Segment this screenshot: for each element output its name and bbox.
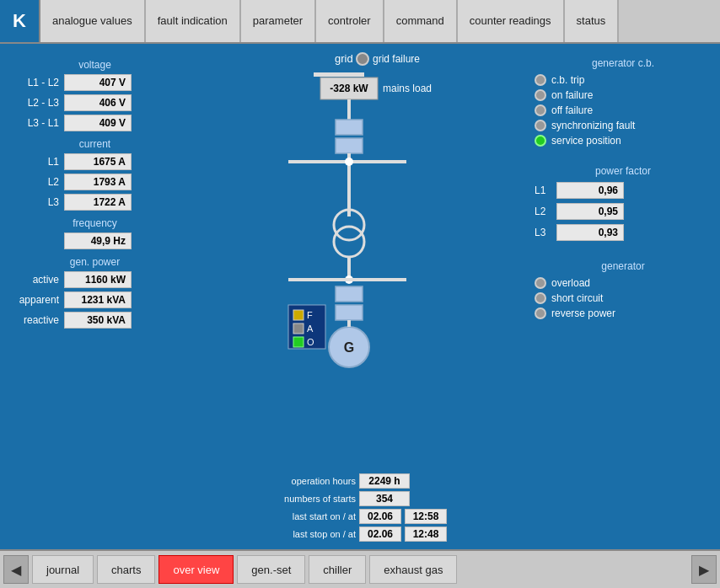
svg-rect-27	[293, 323, 304, 334]
op-hours-value: 2249 h	[359, 473, 410, 489]
active-power-row: active 1160 kW	[13, 271, 177, 288]
off-failure-row: off failure	[535, 104, 712, 116]
svg-rect-29	[293, 337, 304, 347]
current-l1-value: 1675 A	[64, 153, 132, 170]
last-stop-label: last stop on / at	[238, 529, 356, 539]
tab-command[interactable]: command	[384, 0, 458, 42]
tab-charts[interactable]: charts	[97, 555, 155, 584]
short-circuit-led	[535, 292, 546, 304]
voltage-l3l1-row: L3 - L1 409 V	[13, 115, 177, 131]
last-stop-row: last stop on / at 02.06 12:48	[238, 527, 474, 542]
svg-rect-19	[336, 286, 363, 302]
pf-l1-label: L1	[535, 184, 551, 196]
reverse-power-led	[535, 307, 546, 319]
last-start-label: last start on / at	[238, 511, 356, 521]
current-l1-label: L1	[13, 156, 59, 168]
tab-counter-readings[interactable]: counter readings	[458, 0, 565, 42]
pf-l2-value: 0,95	[556, 203, 624, 220]
left-panel: voltage L1 - L2 407 V L2 - L3 406 V L3 -…	[0, 44, 185, 549]
pf-l2-row: L2 0,95	[535, 203, 712, 220]
voltage-label: voltage	[13, 59, 177, 71]
nav-arrow-right[interactable]: ▶	[691, 555, 717, 584]
svg-text:A: A	[307, 323, 314, 334]
l3l1-value: 409 V	[64, 115, 132, 131]
gen-power-label: gen. power	[13, 256, 177, 268]
svg-point-1	[357, 53, 368, 65]
last-start-row: last start on / at 02.06 12:58	[238, 509, 474, 524]
power-factor-label: power factor	[535, 165, 712, 177]
gen-cb-label: generator c.b.	[535, 57, 712, 69]
tab-parameter[interactable]: parameter	[241, 0, 316, 42]
service-position-row: service position	[535, 135, 712, 147]
tab-controler[interactable]: controler	[316, 0, 384, 42]
top-nav-bar: K analogue values fault indication param…	[0, 0, 720, 44]
svg-rect-20	[336, 305, 363, 320]
l3l1-label: L3 - L1	[13, 117, 59, 129]
op-hours-label: operation hours	[238, 476, 356, 486]
main-content: voltage L1 - L2 407 V L2 - L3 406 V L3 -…	[0, 44, 720, 549]
reactive-power-row: reactive 350 kVA	[13, 312, 177, 329]
overload-label: overload	[551, 277, 590, 289]
frequency-value: 49,9 Hz	[64, 233, 132, 249]
off-failure-led	[535, 104, 546, 116]
num-starts-label: numbers of starts	[238, 494, 356, 504]
cb-trip-led	[535, 74, 546, 86]
svg-rect-9	[336, 138, 363, 153]
num-starts-row: numbers of starts 354	[238, 491, 474, 506]
tab-status[interactable]: status	[565, 0, 620, 42]
voltage-l2l3-row: L2 - L3 406 V	[13, 94, 177, 111]
tab-analogue-values[interactable]: analogue values	[40, 0, 146, 42]
frequency-label: frequency	[13, 217, 177, 229]
pf-l3-row: L3 0,93	[535, 224, 712, 241]
active-value: 1160 kW	[64, 271, 132, 288]
tab-journal[interactable]: journal	[32, 555, 94, 584]
tab-genset[interactable]: gen.-set	[237, 555, 305, 584]
reverse-power-row: reverse power	[535, 307, 712, 319]
tab-overview[interactable]: over view	[159, 555, 234, 584]
short-circuit-row: short circuit	[535, 292, 712, 304]
service-position-led	[535, 135, 546, 147]
reverse-power-label: reverse power	[551, 307, 615, 319]
last-stop-date: 02.06	[359, 527, 401, 542]
tab-exhaust-gas[interactable]: exhaust gas	[369, 555, 457, 584]
svg-rect-8	[336, 120, 363, 135]
sync-fault-led	[535, 120, 546, 131]
svg-point-12	[345, 158, 353, 166]
tab-fault-indication[interactable]: fault indication	[146, 0, 241, 42]
short-circuit-label: short circuit	[551, 292, 603, 304]
nav-arrow-left[interactable]: ◀	[3, 555, 29, 584]
single-line-diagram: grid grid failure -328 kW mains load	[238, 44, 474, 448]
voltage-l1l2-row: L1 - L2 407 V	[13, 74, 177, 91]
current-l2-label: L2	[13, 176, 59, 188]
svg-text:grid: grid	[335, 52, 353, 65]
l1l2-value: 407 V	[64, 74, 132, 91]
reactive-label: reactive	[13, 314, 59, 326]
svg-text:O: O	[307, 337, 314, 347]
svg-text:F: F	[307, 310, 313, 320]
current-label: current	[13, 138, 177, 150]
svg-point-15	[334, 227, 364, 257]
l2l3-label: L2 - L3	[13, 97, 59, 109]
svg-rect-3	[314, 72, 364, 77]
op-hours-row: operation hours 2249 h	[238, 473, 474, 489]
cb-trip-label: c.b. trip	[551, 74, 584, 86]
last-start-date: 02.06	[359, 509, 401, 524]
off-failure-label: off failure	[551, 104, 593, 116]
overload-row: overload	[535, 277, 712, 289]
current-l3-row: L3 1722 A	[13, 194, 177, 211]
tab-chiller[interactable]: chiller	[309, 555, 366, 584]
operations-table: operation hours 2249 h numbers of starts…	[238, 473, 474, 544]
svg-text:grid failure: grid failure	[373, 53, 420, 65]
pf-l3-value: 0,93	[556, 224, 624, 241]
svg-text:G: G	[344, 340, 354, 355]
apparent-label: apparent	[13, 294, 59, 306]
on-failure-label: on failure	[551, 89, 593, 101]
frequency-row: 49,9 Hz	[13, 233, 177, 249]
svg-rect-25	[293, 310, 304, 320]
center-panel: grid grid failure -328 kW mains load	[185, 44, 526, 549]
pf-l2-label: L2	[535, 206, 551, 217]
right-panel: generator c.b. c.b. trip on failure off …	[526, 44, 720, 549]
on-failure-row: on failure	[535, 89, 712, 101]
current-l2-value: 1793 A	[64, 174, 132, 190]
app-logo: K	[0, 0, 40, 42]
